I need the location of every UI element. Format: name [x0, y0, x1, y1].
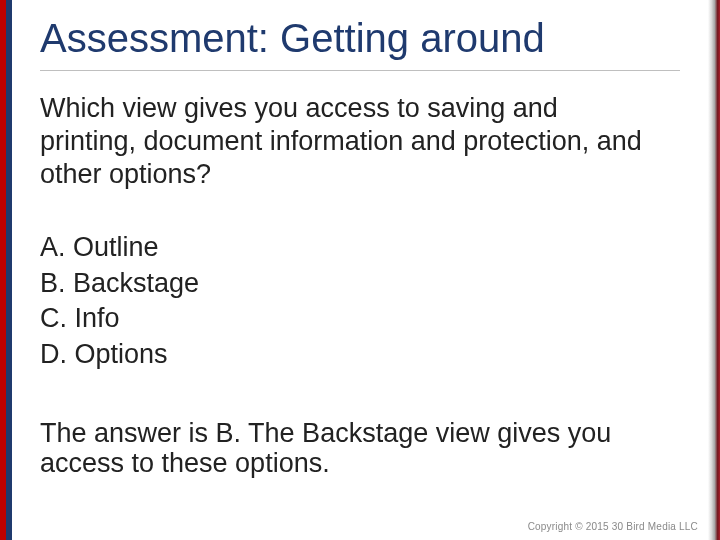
- question-text: Which view gives you access to saving an…: [40, 92, 660, 191]
- title-divider: [40, 70, 680, 71]
- answer-text: The answer is B. The Backstage view give…: [40, 418, 670, 478]
- options-list: A. Outline B. Backstage C. Info D. Optio…: [40, 230, 660, 373]
- slide-title: Assessment: Getting around: [40, 16, 690, 60]
- right-edge-fade: [708, 0, 720, 540]
- option-d: D. Options: [40, 337, 660, 373]
- left-stripe-blue: [6, 0, 12, 540]
- copyright-notice: Copyright © 2015 30 Bird Media LLC: [528, 521, 698, 532]
- slide: Assessment: Getting around Which view gi…: [0, 0, 720, 540]
- option-b: B. Backstage: [40, 266, 660, 302]
- option-a: A. Outline: [40, 230, 660, 266]
- option-c: C. Info: [40, 301, 660, 337]
